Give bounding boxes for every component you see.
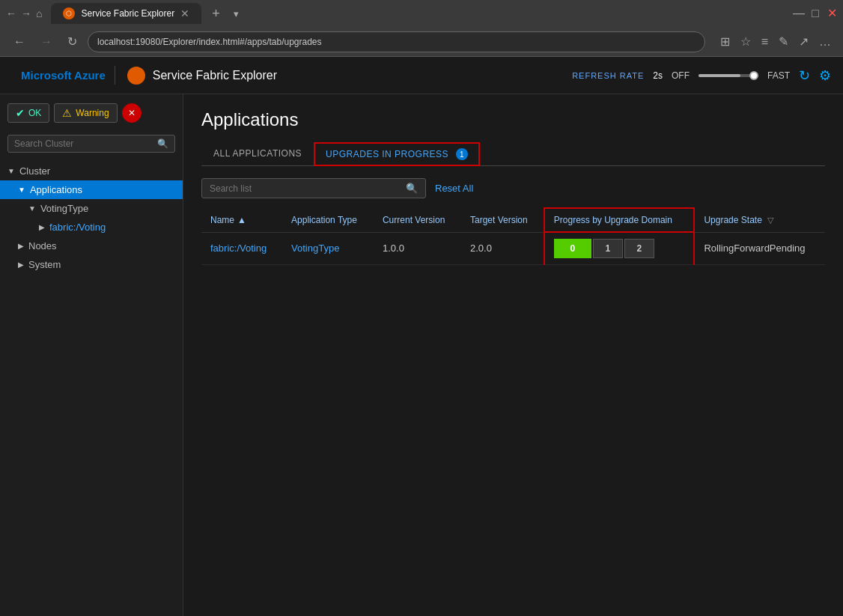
list-search-box[interactable]: 🔍 <box>201 178 426 198</box>
cell-upgrade-domain: 0 1 2 <box>544 232 695 265</box>
new-tab-button[interactable]: + <box>207 6 225 22</box>
microsoft-azure-logo: Microsoft Azure <box>12 66 115 85</box>
tab-close-button[interactable]: ✕ <box>180 7 189 19</box>
browser-titlebar: ← → ⌂ ⬡ Service Fabric Explorer ✕ + ▾ — … <box>0 0 843 27</box>
share-icon[interactable]: ↗ <box>796 31 812 52</box>
table-row: fabric:/Voting VotingType 1.0.0 2.0.0 <box>201 232 825 265</box>
cluster-chevron: ▼ <box>7 167 15 175</box>
status-bar: ✔ OK ⚠ Warning ✕ <box>0 94 183 132</box>
warning-label: Warning <box>76 108 109 118</box>
notes-icon[interactable]: ✎ <box>776 31 791 52</box>
search-icon: 🔍 <box>157 138 168 149</box>
search-cluster-box[interactable]: 🔍 <box>7 135 175 153</box>
browser-tab[interactable]: ⬡ Service Fabric Explorer ✕ <box>51 3 201 24</box>
error-status-button[interactable]: ✕ <box>122 103 141 123</box>
votingtype-label: VotingType <box>40 203 88 214</box>
header-right: REFRESH RATE 2s OFF FAST ↻ ⚙ <box>572 67 831 84</box>
refresh-rate-value: 2s <box>653 70 663 81</box>
minimize-button[interactable]: — <box>794 8 804 19</box>
applications-chevron: ▼ <box>18 186 25 194</box>
warning-icon: ⚠ <box>62 107 72 119</box>
slider-fill <box>699 74 740 77</box>
filter-icon[interactable]: ▽ <box>767 216 773 225</box>
settings-gear-icon[interactable]: ⚙ <box>819 67 831 84</box>
refresh-slider[interactable] <box>699 74 758 77</box>
refresh-fast-label: FAST <box>767 70 790 81</box>
sidebar-item-nodes[interactable]: ▶ Nodes <box>0 237 183 255</box>
sidebar-item-fabric-voting[interactable]: ▶ fabric:/Voting <box>0 218 183 237</box>
tab-favicon: ⬡ <box>63 7 75 19</box>
sort-icon[interactable]: ▲ <box>237 215 246 225</box>
back-button[interactable]: ← <box>9 32 30 52</box>
cell-target-version: 2.0.0 <box>461 232 544 265</box>
app-title-area: Service Fabric Explorer <box>127 67 277 85</box>
refresh-cycle-button[interactable]: ↻ <box>799 67 810 84</box>
search-cluster-input[interactable] <box>14 138 157 149</box>
th-app-type: Application Type <box>282 208 374 232</box>
th-target-version: Target Version <box>461 208 544 232</box>
domain-block-0: 0 <box>554 239 591 258</box>
more-icon[interactable]: … <box>816 31 834 52</box>
app-title: Service Fabric Explorer <box>153 69 277 82</box>
hub-icon[interactable]: ≡ <box>758 31 771 52</box>
tabs-bar: ALL APPLICATIONS UPGRADES IN PROGRESS 1 <box>201 142 825 166</box>
upgrade-domain-progress: 0 1 2 <box>554 239 685 258</box>
tab-upgrades-in-progress[interactable]: UPGRADES IN PROGRESS 1 <box>314 142 480 166</box>
browser-toolbar-icons: ⊞ ☆ ≡ ✎ ↗ … <box>717 31 834 52</box>
refresh-button[interactable]: ↻ <box>63 31 82 52</box>
sidebar-item-system[interactable]: ▶ System <box>0 255 183 274</box>
tab-upgrades-label: UPGRADES IN PROGRESS <box>326 149 448 159</box>
nodes-chevron: ▶ <box>18 242 24 250</box>
table-header: Name ▲ Application Type Current Version <box>201 208 825 232</box>
table-body: fabric:/Voting VotingType 1.0.0 2.0.0 <box>201 232 825 265</box>
cell-current-version: 1.0.0 <box>374 232 461 265</box>
tab-list-button[interactable]: ▾ <box>231 8 242 19</box>
slider-track <box>699 74 758 77</box>
page-title: Applications <box>201 109 825 130</box>
back-icon[interactable]: ← <box>6 7 16 19</box>
content-area: Applications ALL APPLICATIONS UPGRADES I… <box>183 94 843 616</box>
browser-toolbar: ← → ↻ localhost:19080/Explorer/index.htm… <box>0 27 843 57</box>
votingtype-chevron: ▼ <box>28 204 36 213</box>
address-text: localhost:19080/Explorer/index.html#/app… <box>97 37 322 47</box>
error-icon: ✕ <box>128 108 136 118</box>
svg-marker-1 <box>133 72 140 79</box>
fabric-voting-chevron: ▶ <box>39 223 45 231</box>
ok-status-button[interactable]: ✔ OK <box>7 103 49 123</box>
warning-status-button[interactable]: ⚠ Warning <box>54 103 117 123</box>
reading-view-icon[interactable]: ⊞ <box>717 31 733 52</box>
home-icon[interactable]: ⌂ <box>36 7 42 19</box>
tab-all-applications[interactable]: ALL APPLICATIONS <box>201 142 314 165</box>
tree-nav: ▼ Cluster ▼ Applications ▼ VotingType <box>0 159 183 616</box>
sidebar-item-votingtype[interactable]: ▼ VotingType <box>0 199 183 218</box>
list-search-icon: 🔍 <box>406 183 418 194</box>
maximize-button[interactable]: □ <box>810 8 821 19</box>
tab-title: Service Fabric Explorer <box>81 8 174 19</box>
cell-app-type: VotingType <box>282 232 374 265</box>
forward-button[interactable]: → <box>36 32 57 52</box>
sidebar-item-applications[interactable]: ▼ Applications <box>0 180 183 199</box>
applications-label: Applications <box>30 184 82 195</box>
forward-icon[interactable]: → <box>21 7 31 19</box>
address-bar[interactable]: localhost:19080/Explorer/index.html#/app… <box>88 31 705 52</box>
app-type-link[interactable]: VotingType <box>291 243 339 254</box>
ok-label: OK <box>28 108 41 118</box>
system-label: System <box>28 259 61 270</box>
slider-thumb <box>749 71 758 80</box>
th-upgrade-state: Upgrade State ▽ <box>694 208 825 232</box>
app-name-link[interactable]: fabric:/Voting <box>210 243 267 254</box>
reset-all-link[interactable]: Reset All <box>435 183 473 194</box>
cell-name: fabric:/Voting <box>201 232 282 265</box>
upgrades-badge: 1 <box>456 148 468 160</box>
nodes-label: Nodes <box>28 240 57 251</box>
refresh-off-label: OFF <box>672 70 690 81</box>
th-current-version: Current Version <box>374 208 461 232</box>
close-window-button[interactable]: ✕ <box>827 8 837 19</box>
sidebar-item-cluster[interactable]: ▼ Cluster <box>0 162 183 180</box>
th-name: Name ▲ <box>201 208 282 232</box>
main-layout: ✔ OK ⚠ Warning ✕ 🔍 <box>0 94 843 616</box>
favorites-icon[interactable]: ☆ <box>737 31 754 52</box>
th-upgrade-domain: Progress by Upgrade Domain <box>544 208 695 232</box>
system-chevron: ▶ <box>18 260 24 269</box>
list-search-input[interactable] <box>210 183 406 194</box>
